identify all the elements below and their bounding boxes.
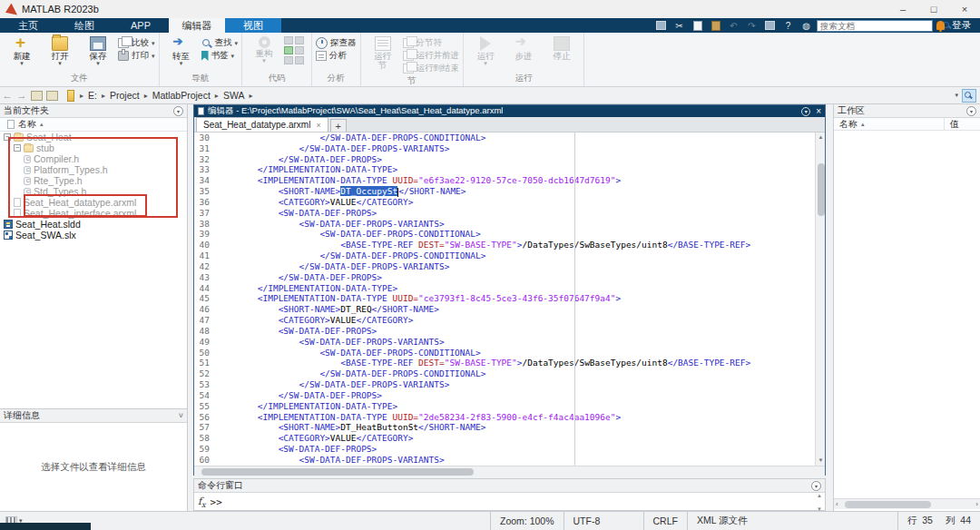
code-tool-icon[interactable] <box>295 36 304 44</box>
back-icon[interactable]: ← <box>0 90 15 101</box>
undo-icon[interactable]: ↶ <box>727 20 740 32</box>
print-icon[interactable] <box>763 20 777 32</box>
scroll-up-icon[interactable]: ▲ <box>815 493 824 498</box>
code-line-45[interactable]: 45 <IMPLEMENTATION-DATA-TYPE UUID="ce379… <box>194 293 825 304</box>
code-tool-icon[interactable] <box>295 56 304 64</box>
scroll-up-icon[interactable]: ▲ <box>816 132 825 142</box>
stop-button[interactable]: 停止 <box>544 34 580 61</box>
tree-item-stub[interactable]: −stub <box>0 142 187 153</box>
doc-search-input[interactable] <box>818 21 943 31</box>
code-line-32[interactable]: 32 </SW-DATA-DEF-PROPS> <box>194 154 825 165</box>
new-button[interactable]: 新建▾ <box>4 34 40 66</box>
goto-button[interactable]: 转至▾ <box>163 34 200 66</box>
ribbon-tab-视图[interactable]: 视图 <box>225 18 281 33</box>
editor-menu-icon[interactable]: ▾ <box>801 107 810 116</box>
encoding-indicator[interactable]: UTF-8 <box>564 512 643 530</box>
run-section-button[interactable]: 运行 节 <box>365 34 401 70</box>
tree-item-Seat_SWA.slx[interactable]: Seat_SWA.slx <box>0 230 187 240</box>
tree-item-Rte_Type.h[interactable]: Rte_Type.h <box>0 175 187 186</box>
run-and-advance-button[interactable]: 运行并前进 <box>403 50 460 62</box>
code-line-36[interactable]: 36 <CATEGORY>VALUE</CATEGORY> <box>194 197 825 208</box>
breadcrumb-item-MatlabProject[interactable]: MatlabProject <box>150 90 213 101</box>
tree-item-Platform_Types.h[interactable]: Platform_Types.h <box>0 164 187 175</box>
breadcrumb-item-SWA[interactable]: SWA <box>220 90 248 101</box>
compare-button[interactable]: 比较▾ <box>118 37 155 49</box>
bookmark-button[interactable]: 书签▾ <box>201 50 239 62</box>
code-tool-icon[interactable] <box>284 46 293 54</box>
vertical-scrollbar[interactable]: ▲ ▼ <box>815 132 825 466</box>
run-button[interactable]: 运行▾ <box>467 34 504 66</box>
address-dropdown-icon[interactable]: ▾ <box>955 93 958 98</box>
copy-icon[interactable] <box>691 20 704 32</box>
forward-icon[interactable]: → <box>15 90 29 101</box>
tree-item-Seat_Heat.sldd[interactable]: Seat_Heat.sldd <box>0 219 187 230</box>
code-line-37[interactable]: 37 <SW-DATA-DEF-PROPS> <box>194 208 825 219</box>
print-button[interactable]: 打印▾ <box>118 50 155 62</box>
command-scroll-arrows[interactable]: ▲▼ <box>815 493 824 512</box>
tree-item-Seat_Heat[interactable]: −Seat_Heat <box>0 132 187 142</box>
panel-menu-icon[interactable]: ▾ <box>173 106 183 116</box>
code-line-34[interactable]: 34 <IMPLEMENTATION-DATA-TYPE UUID="e6f3a… <box>194 175 825 186</box>
code-line-38[interactable]: 38 <SW-DATA-DEF-PROPS-VARIANTS> <box>194 219 825 230</box>
code-line-46[interactable]: 46 <SHORT-NAME>DT_REQ</SHORT-NAME> <box>194 304 825 315</box>
horizontal-scroll-thumb[interactable] <box>201 468 474 476</box>
minimize-button[interactable]: – <box>887 0 918 18</box>
code-line-49[interactable]: 49 <SW-DATA-DEF-PROPS-VARIANTS> <box>194 337 825 348</box>
command-prompt[interactable]: >> <box>211 496 222 508</box>
code-line-43[interactable]: 43 </SW-DATA-DEF-PROPS> <box>194 272 825 283</box>
save-button[interactable]: 保存▾ <box>80 34 116 66</box>
profiler-button[interactable]: 探查器 <box>316 37 357 49</box>
community-icon[interactable]: ◍ <box>799 20 813 32</box>
cut-icon[interactable]: ✂ <box>672 20 686 32</box>
eol-indicator[interactable]: CRLF <box>643 512 687 530</box>
search-folder-button[interactable] <box>962 89 976 103</box>
tree-item-Compiler.h[interactable]: Compiler.h <box>0 153 187 164</box>
code-tool-icon[interactable] <box>284 56 293 64</box>
chevron-down-icon[interactable]: ˅ <box>179 411 183 420</box>
workspace-scroll-thumb[interactable] <box>845 501 931 508</box>
code-line-33[interactable]: 33 </IMPLEMENTATION-DATA-TYPE> <box>194 164 825 175</box>
paste-icon[interactable] <box>709 20 722 32</box>
save-icon[interactable] <box>654 20 668 32</box>
code-line-30[interactable]: 30 </SW-DATA-DEF-PROPS-CONDITIONAL> <box>194 132 825 143</box>
notifications-bell-icon[interactable] <box>936 21 945 30</box>
close-button[interactable]: × <box>949 0 980 18</box>
breadcrumb-item-E[interactable]: E: <box>85 90 100 101</box>
tree-item-Seat_Heat_datatype.arxml[interactable]: Seat_Heat_datatype.arxml <box>0 197 187 208</box>
code-line-57[interactable]: 57 <SHORT-NAME>DT_HeatButtonSt</SHORT-NA… <box>194 422 825 433</box>
filetype-indicator[interactable]: XML 源文件 <box>687 512 816 530</box>
code-line-56[interactable]: 56 <IMPLEMENTATION-DATA-TYPE UUID="2de58… <box>194 412 825 423</box>
step-button[interactable]: 步进 <box>505 34 542 61</box>
code-line-59[interactable]: 59 <SW-DATA-DEF-PROPS> <box>194 444 825 455</box>
code-line-53[interactable]: 53 </SW-DATA-DEF-PROPS-VARIANTS> <box>194 379 825 390</box>
code-line-52[interactable]: 52 </SW-DATA-DEF-PROPS-CONDITIONAL> <box>194 368 825 379</box>
find-button[interactable]: 查找▾ <box>201 37 239 49</box>
scroll-down-icon[interactable]: ▼ <box>816 456 825 466</box>
code-line-40[interactable]: 40 <BASE-TYPE-REF DEST="SW-BASE-TYPE">/D… <box>194 240 825 250</box>
ribbon-tab-绘图[interactable]: 绘图 <box>56 18 113 33</box>
tab-close-icon[interactable]: × <box>316 121 320 130</box>
code-line-31[interactable]: 31 </SW-DATA-DEF-PROPS-VARIANTS> <box>194 143 825 154</box>
collapse-icon[interactable]: − <box>14 144 21 152</box>
run-to-end-button[interactable]: 运行到结束 <box>403 63 460 74</box>
code-area[interactable]: 30 </SW-DATA-DEF-PROPS-CONDITIONAL>31 </… <box>194 132 825 466</box>
code-line-39[interactable]: 39 <SW-DATA-DEF-PROPS-CONDITIONAL> <box>194 229 825 240</box>
code-tool-icon[interactable] <box>284 36 293 44</box>
maximize-button[interactable]: □ <box>918 0 949 18</box>
collapse-icon[interactable]: − <box>4 133 11 141</box>
up-folder-icon[interactable] <box>31 91 43 101</box>
code-line-60[interactable]: 60 <SW-DATA-DEF-PROPS-VARIANTS> <box>194 455 825 466</box>
tree-item-Seat_Heat_interface.arxml[interactable]: Seat_Heat_interface.arxml <box>0 208 187 219</box>
section-break-button[interactable]: 分节符 <box>403 37 460 49</box>
analyze-button[interactable]: 分析 <box>316 50 357 62</box>
code-line-55[interactable]: 55 </IMPLEMENTATION-DATA-TYPE> <box>194 401 825 412</box>
name-column-header[interactable]: 名称 ▴ <box>0 118 187 132</box>
code-line-47[interactable]: 47 <CATEGORY>VALUE</CATEGORY> <box>194 315 825 326</box>
sign-in-button[interactable]: 登录 <box>948 19 975 32</box>
vertical-scroll-thumb[interactable] <box>818 163 825 216</box>
details-header[interactable]: 详细信息 ˅ <box>0 409 187 423</box>
browse-folder-icon[interactable] <box>46 91 58 101</box>
workspace-value-column[interactable]: 值 <box>945 118 980 130</box>
ribbon-tab-编辑器[interactable]: 编辑器 <box>169 18 225 33</box>
tab-seat-heat-datatype[interactable]: Seat_Heat_datatype.arxml × <box>196 117 328 132</box>
